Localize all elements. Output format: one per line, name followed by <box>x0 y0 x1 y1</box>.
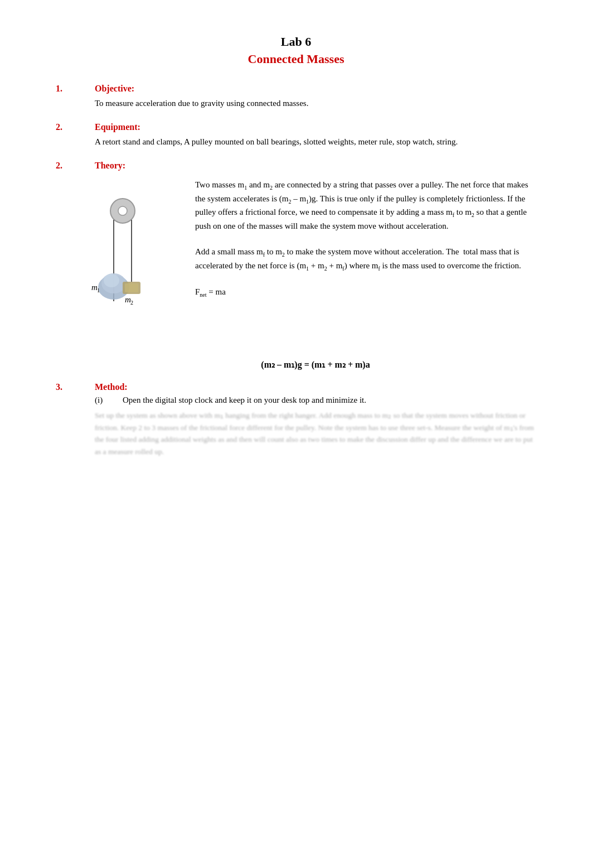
theory-paragraph-1: Two masses m1 and m2 are connected by a … <box>195 179 536 233</box>
theory-paragraph-2: Add a small mass mf to m2 to make the sy… <box>195 245 536 273</box>
fnet-equation-inline: Fnet = ma <box>195 286 536 300</box>
method-item-1-num: (i) <box>95 396 123 405</box>
method-blurred-text: Set up the system as shown above with m₁… <box>95 409 536 457</box>
method-number: 3. <box>56 382 95 392</box>
main-equation: (m₂ – m₁)g = (m₁ + m₂ + m⁦)a <box>95 359 536 370</box>
objective-body: To measure acceleration due to gravity u… <box>95 97 536 110</box>
svg-text:2: 2 <box>130 300 133 306</box>
theory-text-block: Two masses m1 and m2 are connected by a … <box>190 179 536 351</box>
lab-number: Lab 6 <box>56 33 536 51</box>
section-theory: 2. Theory: m 1 <box>56 161 536 370</box>
method-item-1: (i) Open the digital stop clock and keep… <box>95 396 536 405</box>
theory-number: 2. <box>56 161 95 171</box>
objective-title: Objective: <box>95 84 134 94</box>
method-title: Method: <box>95 382 128 392</box>
equipment-body: A retort stand and clamps, A pulley moun… <box>95 136 536 148</box>
page-header: Lab 6 Connected Masses <box>56 33 536 68</box>
equipment-title: Equipment: <box>95 122 140 132</box>
pulley-illustration: m 1 m 2 <box>67 190 178 351</box>
theory-diagram: m 1 m 2 <box>56 179 190 351</box>
method-item-1-text: Open the digital stop clock and keep it … <box>123 396 366 405</box>
section-method: 3. Method: (i) Open the digital stop clo… <box>56 382 536 457</box>
svg-rect-10 <box>125 283 138 292</box>
theory-title: Theory: <box>95 161 125 171</box>
section-objective: 1. Objective: To measure acceleration du… <box>56 84 536 110</box>
method-body: (i) Open the digital stop clock and keep… <box>95 396 536 457</box>
svg-point-1 <box>118 206 127 215</box>
equipment-number: 2. <box>56 122 95 132</box>
section-equipment: 2. Equipment: A retort stand and clamps,… <box>56 122 536 148</box>
lab-title: Connected Masses <box>56 51 536 68</box>
svg-text:1: 1 <box>97 287 100 293</box>
objective-number: 1. <box>56 84 95 94</box>
theory-content: m 1 m 2 Two masses m1 and m2 are connect… <box>56 179 536 351</box>
svg-point-6 <box>104 274 119 287</box>
